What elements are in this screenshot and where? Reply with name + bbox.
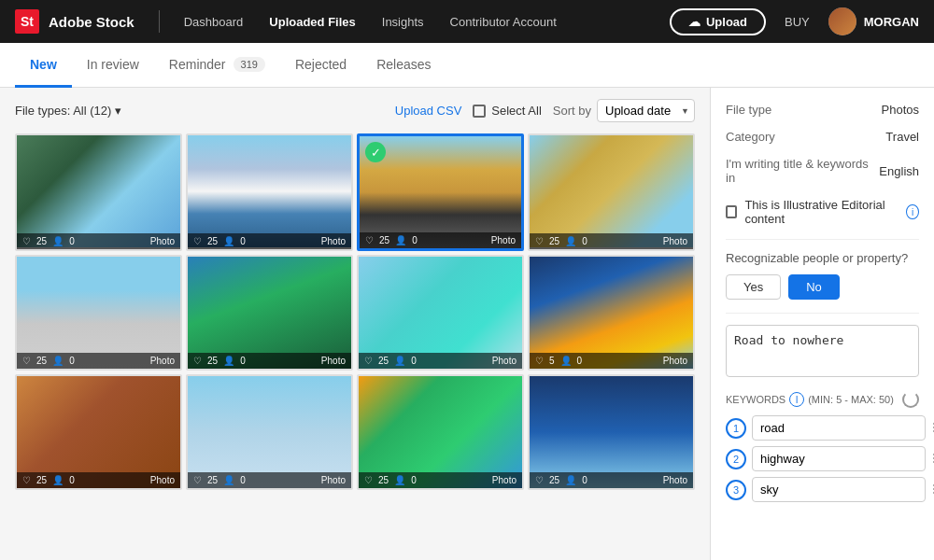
photo-item[interactable]: ♡ 25 👤 0 Photo (186, 374, 353, 490)
photo-meta: ♡ 25 👤 0 Photo (17, 353, 180, 369)
photo-item[interactable]: ♡ 25 👤 0 Photo (15, 133, 182, 251)
photo-type: Photo (663, 475, 687, 485)
photo-meta: ♡ 25 👤 0 Photo (188, 472, 351, 488)
sort-by: Sort by Upload date File name File size (553, 99, 695, 122)
photo-thumb (530, 257, 693, 369)
sub-tabs: New In review Reminder 319 Rejected Rele… (0, 43, 934, 88)
upload-csv-link[interactable]: Upload CSV (395, 104, 462, 118)
tab-releases[interactable]: Releases (361, 44, 446, 88)
title-input[interactable]: Road to nowhere (726, 325, 919, 377)
refresh-icon[interactable] (902, 391, 919, 408)
keyword-row-1: 1 ⠿ ⌃ (726, 415, 919, 441)
people-icon: 👤 (52, 236, 64, 246)
photo-meta: ♡ 25 👤 0 Photo (188, 233, 351, 249)
nav-contributor-account[interactable]: Contributor Account (441, 11, 566, 33)
like-count: 25 (379, 235, 389, 245)
people-icon: 👤 (223, 475, 234, 485)
photo-thumb (530, 376, 693, 488)
photo-meta: ♡ 5 👤 0 Photo (530, 353, 693, 369)
photo-item[interactable]: ♡ 25 👤 0 Photo (528, 374, 695, 490)
photo-item[interactable]: ♡ 25 👤 0 Photo (186, 133, 353, 251)
file-type-label: File type (726, 103, 771, 117)
buy-link[interactable]: BUY (773, 11, 821, 33)
tab-rejected[interactable]: Rejected (280, 44, 361, 88)
app-name: Adobe Stock (49, 14, 134, 30)
yes-no-buttons: Yes No (726, 274, 919, 300)
photo-type: Photo (150, 356, 175, 366)
keywords-info-icon[interactable]: i (789, 392, 804, 407)
file-type-filter[interactable]: File types: All (12) ▾ (15, 104, 121, 118)
keyword-row-2: 2 ⠿ ⌃ (726, 446, 919, 471)
photo-item[interactable]: ♡ 5 👤 0 Photo (528, 255, 695, 371)
like-icon: ♡ (22, 236, 31, 246)
people-count: 0 (577, 356, 583, 366)
tab-reminder[interactable]: Reminder 319 (154, 44, 280, 88)
yes-button[interactable]: Yes (726, 274, 781, 300)
right-panel: File type Photos Category Travel I'm wri… (710, 88, 934, 560)
people-icon: 👤 (394, 475, 405, 485)
photo-thumb (188, 257, 351, 369)
photo-meta: ♡ 25 👤 0 Photo (17, 233, 180, 249)
like-count: 25 (549, 475, 559, 485)
editorial-label: This is Illustrative Editorial content (744, 198, 899, 226)
upload-button[interactable]: ☁ Upload (670, 8, 766, 35)
keywords-label: KEYWORDS (726, 394, 785, 405)
like-count: 5 (549, 356, 555, 366)
toolbar: File types: All (12) ▾ Upload CSV Select… (15, 99, 695, 122)
photo-item[interactable]: ♡ 25 👤 0 Photo (15, 255, 182, 371)
sort-select-wrapper[interactable]: Upload date File name File size (597, 99, 695, 122)
photo-grid: ♡ 25 👤 0 Photo ♡ 25 👤 0 Photo (15, 133, 695, 490)
photo-type: Photo (492, 475, 517, 485)
people-count: 0 (69, 475, 75, 485)
recognizable-label: Recognizable people or property? (726, 251, 919, 265)
photo-type: Photo (321, 236, 346, 246)
people-icon: 👤 (223, 236, 234, 246)
editorial-checkbox[interactable] (726, 205, 737, 218)
nav-dashboard[interactable]: Dashboard (175, 11, 253, 33)
photo-thumb (188, 135, 351, 247)
photo-item[interactable]: ♡ 25 👤 0 Photo (357, 374, 524, 490)
photo-thumb (17, 257, 180, 369)
keyword-input-1[interactable] (752, 415, 926, 441)
select-all-label: Select All (491, 104, 541, 118)
photo-item[interactable]: ♡ 25 👤 0 Photo (528, 133, 695, 251)
editorial-info-icon[interactable]: i (906, 204, 919, 219)
photo-type: Photo (663, 236, 687, 246)
user-name: MORGAN (864, 15, 919, 29)
no-button[interactable]: No (788, 274, 840, 300)
keyword-input-2[interactable] (752, 446, 926, 471)
like-count: 25 (207, 236, 218, 246)
photo-type: Photo (150, 475, 175, 485)
select-all-checkbox[interactable] (473, 105, 486, 118)
divider (726, 313, 919, 314)
people-count: 0 (240, 356, 246, 366)
like-count: 25 (378, 475, 389, 485)
tab-new[interactable]: New (15, 44, 72, 88)
people-count: 0 (582, 236, 587, 246)
writing-label: I'm writing title & keywords in (726, 157, 879, 185)
keyword-input-3[interactable] (752, 477, 926, 502)
nav-uploaded-files[interactable]: Uploaded Files (260, 11, 364, 33)
photo-type: Photo (491, 235, 516, 245)
writing-value: English (879, 164, 919, 178)
user-menu[interactable]: MORGAN (828, 7, 919, 35)
photo-thumb (359, 257, 522, 369)
photo-item[interactable]: ♡ 25 👤 0 Photo (15, 374, 182, 490)
select-all-area[interactable]: Select All (473, 104, 541, 118)
photo-item[interactable]: ♡ 25 👤 0 Photo (186, 255, 353, 371)
category-value: Travel (885, 130, 919, 144)
like-icon: ♡ (193, 236, 202, 246)
photo-item[interactable]: ♡ 25 👤 0 Photo (357, 255, 524, 371)
nav-insights[interactable]: Insights (373, 11, 433, 33)
writing-language-row: I'm writing title & keywords in English (726, 157, 919, 185)
like-icon: ♡ (22, 356, 31, 366)
like-icon: ♡ (193, 475, 202, 485)
tab-in-review[interactable]: In review (72, 44, 154, 88)
nav-divider (159, 10, 160, 33)
sort-select[interactable]: Upload date File name File size (597, 99, 695, 122)
logo-st-badge: St (15, 9, 39, 34)
photo-item-selected[interactable]: ✓ ♡ 25 👤 0 Photo (357, 133, 524, 251)
reminder-badge: 319 (234, 57, 265, 72)
like-icon: ♡ (364, 475, 373, 485)
photo-meta: ♡ 25 👤 0 Photo (359, 353, 522, 369)
